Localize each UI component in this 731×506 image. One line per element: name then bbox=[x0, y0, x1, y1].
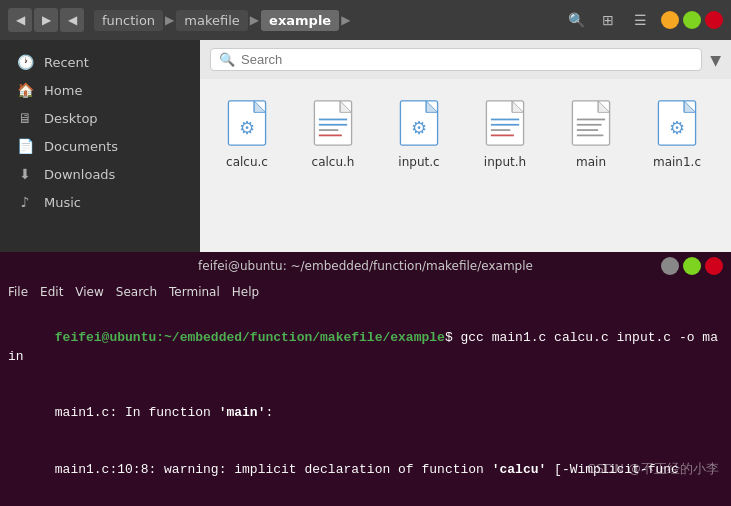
file-label-calcu-c: calcu.c bbox=[226, 155, 268, 169]
file-icon-calcu-c: ⚙ bbox=[223, 95, 271, 151]
menu-button[interactable]: ☰ bbox=[627, 7, 653, 33]
toolbar-actions: 🔍 ⊞ ☰ bbox=[563, 7, 653, 33]
sidebar-item-home[interactable]: 🏠 Home bbox=[0, 76, 200, 104]
desktop-icon: 🖥 bbox=[16, 110, 34, 126]
file-calcu-h[interactable]: calcu.h bbox=[298, 91, 368, 173]
file-label-input-h: input.h bbox=[484, 155, 526, 169]
files-grid: ⚙ calcu.c bbox=[200, 79, 731, 252]
up-button[interactable]: ◀ bbox=[60, 8, 84, 32]
terminal-title: feifei@ubuntu: ~/embedded/function/makef… bbox=[198, 259, 533, 273]
sidebar-item-recent[interactable]: 🕐 Recent bbox=[0, 48, 200, 76]
minimize-button[interactable] bbox=[661, 11, 679, 29]
sidebar-item-desktop[interactable]: 🖥 Desktop bbox=[0, 104, 200, 132]
breadcrumb-arrow-3: ▶ bbox=[339, 13, 352, 27]
file-input-c[interactable]: ⚙ input.c bbox=[384, 91, 454, 173]
terminal-text-2a: main1.c:10:8: warning: implicit declarat… bbox=[55, 462, 492, 477]
terminal-menu-bar: File Edit View Search Terminal Help bbox=[0, 280, 731, 304]
file-icon-input-c: ⚙ bbox=[395, 95, 443, 151]
back-button[interactable]: ◀ bbox=[8, 8, 32, 32]
search-bar: 🔍 ▼ bbox=[200, 40, 731, 79]
nav-controls: ◀ ▶ ◀ bbox=[8, 8, 84, 32]
search-input[interactable] bbox=[241, 52, 693, 67]
menu-view[interactable]: View bbox=[75, 285, 103, 299]
terminal-text-1a: main1.c: In function bbox=[55, 405, 219, 420]
home-icon: 🏠 bbox=[16, 82, 34, 98]
breadcrumb-function[interactable]: function bbox=[94, 10, 163, 31]
breadcrumb-arrow-2: ▶ bbox=[248, 13, 261, 27]
terminal: feifei@ubuntu: ~/embedded/function/makef… bbox=[0, 252, 731, 506]
search-dropdown-arrow[interactable]: ▼ bbox=[710, 52, 721, 68]
music-icon: ♪ bbox=[16, 194, 34, 210]
sidebar-item-downloads[interactable]: ⬇ Downloads bbox=[0, 160, 200, 188]
file-label-calcu-h: calcu.h bbox=[312, 155, 355, 169]
terminal-title-bar: feifei@ubuntu: ~/embedded/function/makef… bbox=[0, 252, 731, 280]
sidebar: 🕐 Recent 🏠 Home 🖥 Desktop 📄 Documents ⬇ … bbox=[0, 40, 200, 252]
sidebar-label-recent: Recent bbox=[44, 55, 89, 70]
file-icon-main1-c: ⚙ bbox=[653, 95, 701, 151]
svg-text:⚙: ⚙ bbox=[411, 118, 427, 138]
window-controls bbox=[661, 11, 723, 29]
terminal-maximize-button[interactable] bbox=[683, 257, 701, 275]
svg-text:⚙: ⚙ bbox=[669, 118, 685, 138]
view-toggle-button[interactable]: ⊞ bbox=[595, 7, 621, 33]
terminal-text-1c: : bbox=[265, 405, 273, 420]
search-icon: 🔍 bbox=[219, 52, 235, 67]
terminal-line-0: feifei@ubuntu:~/embedded/function/makefi… bbox=[8, 310, 723, 385]
terminal-text-1b: 'main' bbox=[219, 405, 266, 420]
watermark: CSDN @不正经的小李 bbox=[587, 460, 719, 478]
file-calcu-c[interactable]: ⚙ calcu.c bbox=[212, 91, 282, 173]
search-toggle-button[interactable]: 🔍 bbox=[563, 7, 589, 33]
sidebar-label-documents: Documents bbox=[44, 139, 118, 154]
file-label-main1-c: main1.c bbox=[653, 155, 701, 169]
downloads-icon: ⬇ bbox=[16, 166, 34, 182]
title-bar: ◀ ▶ ◀ function ▶ makefile ▶ example ▶ 🔍 … bbox=[0, 0, 731, 40]
fm-body: 🕐 Recent 🏠 Home 🖥 Desktop 📄 Documents ⬇ … bbox=[0, 40, 731, 252]
file-icon-main bbox=[567, 95, 615, 151]
fm-content: 🔍 ▼ ⚙ calcu.c bbox=[200, 40, 731, 252]
file-label-main: main bbox=[576, 155, 606, 169]
close-button[interactable] bbox=[705, 11, 723, 29]
breadcrumb: function ▶ makefile ▶ example ▶ bbox=[94, 10, 549, 31]
file-input-h[interactable]: input.h bbox=[470, 91, 540, 173]
file-icon-input-h bbox=[481, 95, 529, 151]
terminal-minimize-button[interactable] bbox=[661, 257, 679, 275]
sidebar-label-desktop: Desktop bbox=[44, 111, 98, 126]
sidebar-label-music: Music bbox=[44, 195, 81, 210]
file-label-input-c: input.c bbox=[398, 155, 439, 169]
documents-icon: 📄 bbox=[16, 138, 34, 154]
terminal-line-1: main1.c: In function 'main': bbox=[8, 385, 723, 442]
file-manager: ◀ ▶ ◀ function ▶ makefile ▶ example ▶ 🔍 … bbox=[0, 0, 731, 252]
menu-search[interactable]: Search bbox=[116, 285, 157, 299]
menu-file[interactable]: File bbox=[8, 285, 28, 299]
breadcrumb-arrow-1: ▶ bbox=[163, 13, 176, 27]
sidebar-label-home: Home bbox=[44, 83, 82, 98]
maximize-button[interactable] bbox=[683, 11, 701, 29]
terminal-text-2b: 'calcu' bbox=[492, 462, 547, 477]
recent-icon: 🕐 bbox=[16, 54, 34, 70]
file-icon-calcu-h bbox=[309, 95, 357, 151]
file-main1-c[interactable]: ⚙ main1.c bbox=[642, 91, 712, 173]
breadcrumb-example[interactable]: example bbox=[261, 10, 339, 31]
sidebar-item-music[interactable]: ♪ Music bbox=[0, 188, 200, 216]
file-main[interactable]: main bbox=[556, 91, 626, 173]
menu-terminal[interactable]: Terminal bbox=[169, 285, 220, 299]
menu-edit[interactable]: Edit bbox=[40, 285, 63, 299]
sidebar-item-documents[interactable]: 📄 Documents bbox=[0, 132, 200, 160]
sidebar-label-downloads: Downloads bbox=[44, 167, 115, 182]
svg-text:⚙: ⚙ bbox=[239, 118, 255, 138]
terminal-window-controls bbox=[661, 257, 723, 275]
forward-button[interactable]: ▶ bbox=[34, 8, 58, 32]
search-input-wrap: 🔍 bbox=[210, 48, 702, 71]
terminal-line-3: tion-declaration] bbox=[8, 498, 723, 506]
menu-help[interactable]: Help bbox=[232, 285, 259, 299]
terminal-close-button[interactable] bbox=[705, 257, 723, 275]
breadcrumb-makefile[interactable]: makefile bbox=[176, 10, 248, 31]
terminal-prompt-0: feifei@ubuntu:~/embedded/function/makefi… bbox=[55, 330, 445, 345]
